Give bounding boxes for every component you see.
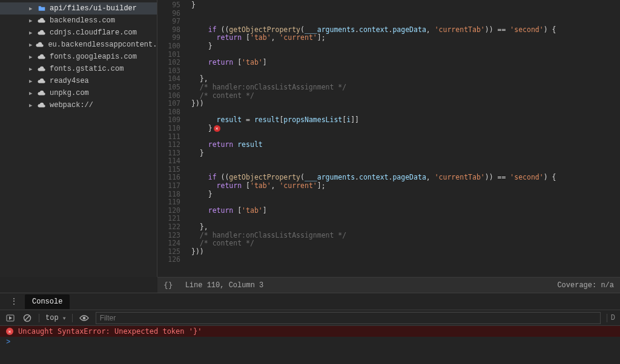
- tree-item[interactable]: ▶ webpack://: [0, 99, 157, 111]
- cloud-icon: [38, 101, 46, 109]
- console-prompt[interactable]: >: [0, 337, 620, 348]
- scope-selector[interactable]: top ▼: [45, 314, 66, 322]
- clear-console-icon[interactable]: [22, 313, 33, 323]
- main-split: ▶ api/files/ui-builder ▶ backendless.com…: [0, 0, 620, 277]
- console-toolbar: top ▼ D: [0, 310, 620, 326]
- tree-item[interactable]: ▶ unpkg.com: [0, 87, 157, 99]
- chevron-right-icon: ▶: [29, 102, 34, 109]
- chevron-right-icon: ▶: [29, 54, 34, 60]
- tree-item[interactable]: ▶ backendless.com: [0, 15, 157, 27]
- error-text: Uncaught SyntaxError: Unexpected token '…: [18, 327, 202, 336]
- tree-item-label: cdnjs.cloudflare.com: [50, 28, 137, 37]
- tree-item-label: fonts.googleapis.com: [50, 53, 137, 61]
- tree-item-label: fonts.gstatic.com: [50, 65, 124, 73]
- cloud-icon: [38, 89, 46, 97]
- chevron-right-icon: ▶: [29, 5, 34, 12]
- chevron-right-icon: ▶: [29, 66, 34, 73]
- toggle-left-icon[interactable]: [5, 313, 16, 323]
- tree-item[interactable]: ▶ fonts.gstatic.com: [0, 63, 157, 75]
- tree-item[interactable]: ▶ ready4sea: [0, 75, 157, 87]
- svg-point-3: [83, 317, 85, 319]
- tree-item[interactable]: ▶ eu.backendlessappcontent.com: [0, 39, 157, 51]
- console-error-row[interactable]: ✕ Uncaught SyntaxError: Unexpected token…: [0, 326, 620, 337]
- chevron-right-icon: ▶: [29, 42, 32, 48]
- chevron-right-icon: ▶: [29, 90, 34, 97]
- tree-item-label: ready4sea: [50, 77, 89, 85]
- editor-statusbar: {} Line 110, Column 3 Coverage: n/a: [157, 277, 620, 293]
- drawer-tabs: ⋮ Console: [0, 293, 620, 310]
- code-editor[interactable]: 9596979899100101102103104105106107108109…: [157, 0, 620, 277]
- file-tree-sidebar: ▶ api/files/ui-builder ▶ backendless.com…: [0, 0, 157, 277]
- line-number-gutter: 9596979899100101102103104105106107108109…: [157, 0, 185, 277]
- chevron-right-icon: ▶: [29, 30, 34, 36]
- inline-error-icon: ✕: [214, 125, 220, 132]
- cloud-icon: [36, 41, 44, 49]
- cloud-icon: [38, 53, 46, 61]
- bottom-drawer: ⋮ Console top ▼ D ✕ Uncaught SyntaxError…: [0, 293, 620, 364]
- chevron-right-icon: ▶: [29, 78, 34, 85]
- console-filter-input[interactable]: [96, 312, 601, 324]
- tree-item-active[interactable]: ▶ api/files/ui-builder: [0, 2, 157, 15]
- tree-item-label: backendless.com: [50, 16, 115, 25]
- tree-item-label: webpack://: [50, 101, 93, 109]
- error-icon: ✕: [6, 328, 13, 335]
- cloud-icon: [38, 28, 46, 37]
- tree-item[interactable]: ▶ cdnjs.cloudflare.com: [0, 27, 157, 39]
- tree-item-label: unpkg.com: [50, 89, 89, 97]
- chevron-right-icon: ▶: [29, 18, 34, 24]
- console-tab[interactable]: Console: [25, 294, 70, 309]
- code-area[interactable]: } if ((getObjectProperty(___arguments.co…: [185, 0, 620, 277]
- kebab-menu-icon[interactable]: ⋮: [6, 296, 22, 307]
- svg-line-2: [25, 316, 30, 320]
- braces-icon[interactable]: {}: [163, 281, 173, 290]
- tree-item-label: eu.backendlessappcontent.com: [48, 41, 170, 49]
- folder-icon: [38, 4, 46, 13]
- coverage-status: Coverage: n/a: [557, 281, 614, 290]
- tree-item-label: api/files/ui-builder: [50, 4, 137, 13]
- eye-icon[interactable]: [79, 313, 90, 323]
- toolbar-trailing[interactable]: D: [607, 314, 615, 322]
- console-output[interactable]: ✕ Uncaught SyntaxError: Unexpected token…: [0, 326, 620, 364]
- cursor-position: Line 110, Column 3: [185, 281, 264, 290]
- cloud-icon: [38, 65, 46, 73]
- cloud-icon: [38, 77, 46, 85]
- cloud-icon: [38, 16, 46, 25]
- tree-item[interactable]: ▶ fonts.googleapis.com: [0, 51, 157, 63]
